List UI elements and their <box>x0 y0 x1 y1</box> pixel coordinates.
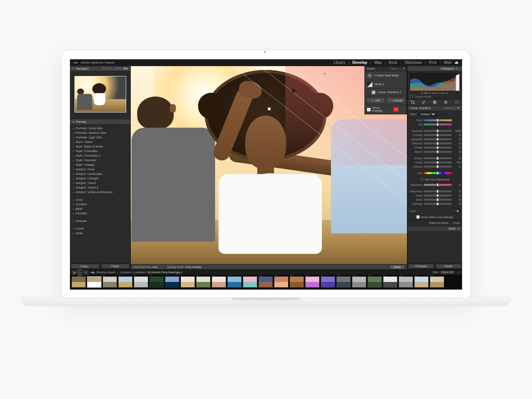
clarity-slider[interactable] <box>424 162 452 163</box>
defringe-slider[interactable] <box>424 203 452 205</box>
overlay-mode-dropdown[interactable]: Color Overlay <box>185 266 201 268</box>
navigator-header[interactable]: ▼Navigator FITFILL100%25% <box>70 66 130 71</box>
preset-item[interactable]: ▸Style: Cinematic II <box>71 154 129 158</box>
radial-tool-icon[interactable] <box>454 100 459 105</box>
blacks-slider[interactable] <box>424 151 452 153</box>
preset-item[interactable]: ▸Subject: Food <box>71 167 129 172</box>
window-2[interactable]: 2 <box>78 272 82 276</box>
filmstrip-thumb[interactable]: 17 <box>321 276 335 288</box>
shadows-slider[interactable] <box>424 142 452 144</box>
masks-min-icon[interactable]: — <box>398 67 401 70</box>
edit-pins-dropdown[interactable]: Auto <box>152 266 158 268</box>
done-button[interactable]: Done <box>390 265 405 269</box>
preset-item[interactable]: ▸Subject: Travel II <box>71 185 129 190</box>
source-label[interactable]: Previous Import <box>97 271 115 274</box>
filmstrip-thumb[interactable]: 16 <box>305 276 320 288</box>
filmstrip-thumb[interactable]: 20 <box>367 276 382 288</box>
module-develop[interactable]: Develop <box>352 61 367 65</box>
preset-item[interactable]: ▸Style: Cinematic <box>71 149 129 154</box>
preset-item[interactable]: ▸Color <box>71 198 129 202</box>
module-book[interactable]: Book <box>389 61 397 65</box>
preset-item[interactable]: ▸Style: Futuristic <box>71 158 129 163</box>
temp-slider[interactable] <box>424 119 452 121</box>
module-map[interactable]: Map <box>374 61 382 65</box>
preset-item[interactable]: ▸Subject: Lifestyle <box>71 176 129 181</box>
module-slideshow[interactable]: Slideshow <box>404 61 422 65</box>
filmstrip-thumb[interactable]: 2 <box>87 276 101 288</box>
color-picker[interactable] <box>451 209 460 213</box>
navigator-preview[interactable] <box>74 76 126 112</box>
paste-button[interactable]: Paste <box>101 264 130 269</box>
invert-checkbox[interactable] <box>452 107 455 110</box>
filmstrip-thumb[interactable]: 22 <box>399 276 413 288</box>
zoom-FILL[interactable]: FILL <box>108 67 113 70</box>
overlay-more-icon[interactable]: ⋯ <box>401 108 404 111</box>
masks-dock-icon[interactable] <box>391 67 396 70</box>
presets-header[interactable]: ▼Presets+ <box>70 119 130 125</box>
filmstrip-thumb[interactable]: 19 <box>352 276 366 288</box>
filmstrip-thumb[interactable]: 5 <box>134 276 148 288</box>
show-overlay-checkbox[interactable]: ✓ <box>367 108 370 111</box>
close-masks[interactable]: Close <box>453 222 460 224</box>
filmstrip-thumb[interactable]: 21 <box>383 276 397 288</box>
texture-slider[interactable] <box>424 157 452 159</box>
filmstrip-thumb[interactable]: 7 <box>165 276 179 288</box>
filter-dropdown[interactable]: Filters Off <box>439 270 455 274</box>
create-new-mask[interactable]: + Create New Mask <box>365 71 407 80</box>
moire-slider[interactable] <box>424 199 452 201</box>
preset-item[interactable]: ▸Curve <box>71 226 129 231</box>
preset-item[interactable]: ▸Subject: Landscape <box>71 172 129 176</box>
filmstrip-thumb[interactable]: 8 <box>180 276 195 288</box>
filmstrip-thumb[interactable]: 3 <box>103 276 117 288</box>
cloud-sync-icon[interactable] <box>454 60 459 65</box>
mask-add-button[interactable]: ＋Add <box>366 98 385 103</box>
preset-item[interactable]: ▸Defaults <box>71 219 129 223</box>
histogram-header[interactable]: Histogram▼ <box>407 66 462 71</box>
filmstrip-thumb[interactable]: 24 <box>430 276 444 288</box>
dehaze-slider[interactable] <box>424 166 452 168</box>
previous-button[interactable]: Previous <box>408 264 434 269</box>
basic-panel-header[interactable]: Basic▼ <box>407 226 462 231</box>
window-1[interactable]: 1 <box>78 269 82 272</box>
highlights-slider[interactable] <box>424 138 452 140</box>
filmstrip-thumb[interactable]: 13 <box>258 276 273 288</box>
filter-lock-icon[interactable]: ⤢ <box>458 271 460 274</box>
filename[interactable]: 16.2AndreLPerry.Desert.jpg <box>147 271 180 274</box>
second-window-icon[interactable]: ⧉ <box>84 271 88 274</box>
delete-all-masks[interactable]: Delete All Masks <box>429 222 448 224</box>
filmstrip-thumb[interactable]: 11 <box>227 276 242 288</box>
filmstrip-thumb[interactable]: 14 <box>274 276 288 288</box>
reset-auto-checkbox[interactable]: ✓ <box>416 215 420 218</box>
module-library[interactable]: Library <box>334 61 345 65</box>
grid-view-icon[interactable]: ▦ <box>72 271 77 274</box>
image-canvas[interactable]: Masks — ✕ + Create New Mask Mask 1 Linea… <box>131 66 407 269</box>
whites-slider[interactable] <box>424 147 452 149</box>
preset-item[interactable]: ▸Portraits: Deep Skin <box>71 126 129 131</box>
filmstrip-thumb[interactable]: 15 <box>290 276 304 288</box>
gradient-pin[interactable] <box>292 89 295 92</box>
preset-item[interactable]: ▸Portraits: Medium Skin <box>71 131 129 135</box>
filmstrip-thumb[interactable]: 18 <box>336 276 351 288</box>
original-photo-checkbox[interactable] <box>410 95 413 98</box>
tint-slider[interactable] <box>424 124 452 125</box>
filmstrip-thumb[interactable]: 4 <box>118 276 133 288</box>
masks-close-icon[interactable]: ✕ <box>402 67 405 70</box>
preset-item[interactable]: ▸Portraits: Light Skin <box>71 135 129 140</box>
module-web[interactable]: Web <box>444 61 451 65</box>
redeye-tool-icon[interactable] <box>443 100 448 105</box>
overlay-color-swatch[interactable] <box>394 108 398 111</box>
mask-item[interactable]: Mask 1 <box>365 80 407 89</box>
preset-item[interactable]: ▸Subject: Travel <box>71 181 129 185</box>
preset-item[interactable]: ▸Portraits <box>71 211 129 216</box>
histogram[interactable] <box>410 73 460 91</box>
filmstrip-thumb[interactable]: 23 <box>414 276 429 288</box>
noise-slider[interactable] <box>424 195 452 196</box>
preset-item[interactable]: ▸Style: Black & White <box>71 144 129 149</box>
preset-item[interactable]: ▸B&W <box>71 207 129 211</box>
sharpness-slider[interactable] <box>424 190 452 192</box>
hue-slider[interactable] <box>424 172 452 174</box>
filmstrip[interactable]: 1 2 3 4 5 6 7 8 <box>70 275 462 289</box>
effect-dropdown[interactable]: Custom <box>419 112 437 116</box>
preset-item[interactable]: ▸Grain <box>71 231 129 236</box>
reset-button[interactable]: Reset <box>435 264 461 269</box>
